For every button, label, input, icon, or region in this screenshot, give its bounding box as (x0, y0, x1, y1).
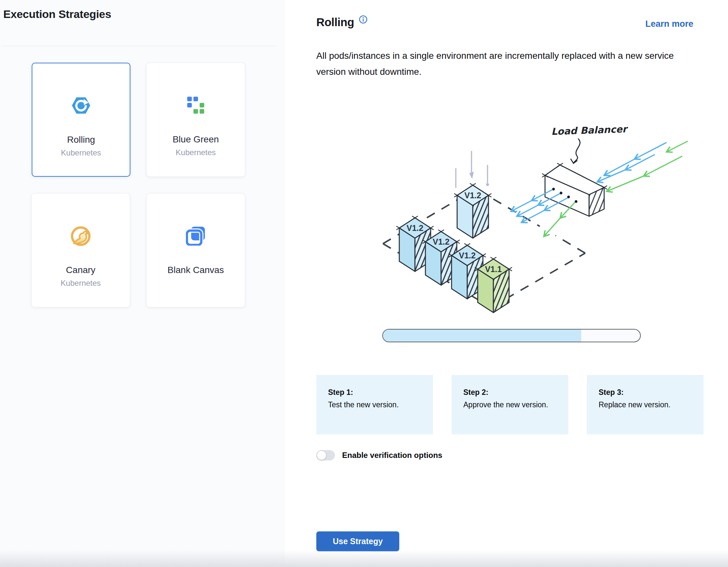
strategy-card-platform: Kubernetes (147, 148, 245, 157)
strategy-card-blue-green[interactable]: Blue Green Kubernetes (146, 63, 245, 177)
suspended-cube-label: V1.2 (464, 191, 481, 200)
toggle-knob (317, 450, 326, 460)
step-description: Approve the new version. (463, 399, 558, 410)
strategy-description: All pods/instances in a single environme… (316, 48, 700, 80)
page-title: Execution Strategies (3, 8, 111, 21)
learn-more-link[interactable]: Learn more (645, 19, 693, 29)
strategy-detail-panel: Rolling Learn more All pods/instances in… (285, 0, 728, 567)
step-title: Step 1: (328, 387, 423, 398)
step-description: Replace new version. (599, 399, 694, 410)
strategy-sidebar: Execution Strategies Rolling Kubernetes … (0, 0, 285, 567)
strategy-card-title: Blue Green (147, 134, 245, 145)
strategy-card-title: Rolling (32, 135, 130, 145)
cube-label: V1.2 (433, 237, 449, 246)
cube-label: V1.2 (459, 251, 475, 260)
strategy-card-platform: Kubernetes (32, 279, 130, 288)
step-title: Step 2: (463, 387, 558, 398)
verification-toggle[interactable] (316, 450, 335, 460)
blue-green-icon (147, 94, 245, 116)
strategy-card-title: Blank Canvas (147, 265, 245, 275)
canary-icon (32, 225, 130, 247)
blank-canvas-icon (147, 225, 245, 247)
strategy-card-title: Canary (32, 265, 130, 275)
rollout-progress-bar (382, 329, 641, 342)
rollout-progress-fill (383, 329, 581, 342)
use-strategy-button[interactable]: Use Strategy (316, 531, 399, 551)
strategy-card-blank-canvas[interactable]: Blank Canvas (146, 193, 245, 307)
step-card-1: Step 1: Test the new version. (316, 375, 433, 434)
strategy-card-rolling[interactable]: Rolling Kubernetes (32, 63, 130, 177)
verification-toggle-label: Enable verification options (342, 451, 442, 460)
load-balancer-label: Load Balancer (551, 124, 629, 137)
info-icon[interactable] (359, 15, 368, 25)
cube-label: V1.1 (485, 265, 502, 274)
detail-header: Rolling (316, 16, 368, 29)
step-card-3: Step 3: Replace new version. (587, 375, 703, 434)
strategy-card-canary[interactable]: Canary Kubernetes (31, 193, 130, 307)
step-card-2: Step 2: Approve the new version. (452, 375, 568, 434)
step-description: Test the new version. (328, 399, 423, 410)
strategy-title: Rolling (316, 16, 354, 29)
verification-toggle-row: Enable verification options (316, 450, 442, 460)
rolling-icon (32, 95, 130, 116)
cube-label: V1.2 (406, 224, 423, 233)
strategy-card-platform: Kubernetes (32, 148, 130, 158)
step-title: Step 3: (599, 387, 694, 398)
rolling-deployment-illustration: V1.2 V1.2 V1.2 V1.2 V1.1 Load Balancer (372, 108, 706, 323)
divider (3, 46, 276, 46)
